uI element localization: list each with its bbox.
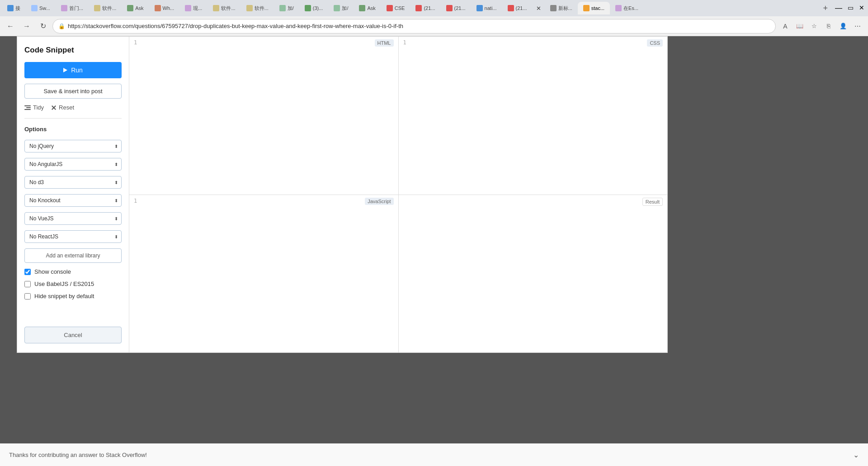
bottom-chevron-icon[interactable]: ⌄ (853, 451, 859, 459)
html-label: HTML (375, 39, 394, 47)
tab-16[interactable]: (21... (441, 2, 471, 14)
tab-10[interactable]: 加/ (274, 2, 299, 14)
tab-favicon-6 (155, 5, 161, 11)
reset-button[interactable]: Reset (51, 104, 74, 111)
tab-label-8: 软件... (221, 5, 235, 12)
read-mode-button[interactable]: 📖 (793, 19, 807, 33)
vuejs-select-wrapper: No VueJS VueJS 2.x ⬍ (24, 212, 122, 225)
tab-14[interactable]: CSE (381, 2, 410, 14)
new-tab-button[interactable]: + (821, 4, 830, 12)
minimize-button[interactable]: — (833, 4, 844, 12)
tab-2[interactable]: Sw... (26, 2, 56, 14)
bottom-text: Thanks for contributing an answer to Sta… (9, 452, 147, 458)
tab-stack[interactable]: stac... (578, 2, 610, 14)
tab-9[interactable]: 软件... (241, 2, 274, 14)
translate-button[interactable]: A (778, 19, 792, 33)
tab-4[interactable]: 软件... (89, 2, 122, 14)
tab-favicon-16 (446, 5, 453, 11)
tab-3[interactable]: 首门... (56, 2, 89, 14)
js-editor-pane[interactable]: 1 JavaScript (129, 195, 399, 353)
show-console-row[interactable]: Show console (24, 268, 122, 275)
lock-icon: 🔒 (58, 23, 65, 29)
css-editor-pane[interactable]: 1 CSS (399, 37, 668, 195)
tab-18[interactable]: (21... (502, 2, 533, 14)
html-line-number: 1 (134, 39, 137, 46)
tab-label-5: Ask (135, 5, 143, 11)
favorites-button[interactable]: ☆ (807, 19, 821, 33)
html-editor-pane[interactable]: 1 HTML (129, 37, 399, 195)
page-background: Code Snippet Run Save & insert into post (0, 36, 868, 466)
restore-button[interactable]: ▭ (846, 4, 855, 12)
tab-label-18: (21... (516, 5, 527, 11)
babel-checkbox[interactable] (24, 281, 31, 287)
save-button[interactable]: Save & insert into post (24, 84, 122, 99)
action-row: Tidy Reset (24, 104, 122, 111)
profile-button[interactable]: 👤 (836, 19, 850, 33)
tab-favicon-2 (31, 5, 38, 11)
result-pane: Result (399, 195, 668, 353)
run-button[interactable]: Run (24, 62, 122, 78)
tab-label-12: 加/ (342, 5, 348, 12)
jquery-select[interactable]: No jQuery jQuery 1.x jQuery 2.x jQuery 3… (24, 140, 122, 152)
tab-favicon-es (615, 5, 622, 11)
editors-panel: 1 HTML 1 CSS 1 JavaScript Result (129, 37, 667, 352)
show-console-label: Show console (34, 268, 71, 275)
tab-1[interactable]: 接 (2, 2, 26, 14)
tab-17[interactable]: nati... (471, 2, 502, 14)
tab-list: 接 Sw... 首门... 软件... Ask Wh... (2, 2, 819, 14)
run-label: Run (71, 67, 83, 74)
show-console-checkbox[interactable] (24, 269, 31, 275)
snippet-dialog: Code Snippet Run Save & insert into post (17, 36, 668, 353)
tab-label-7: 现... (193, 5, 202, 12)
js-label: JavaScript (365, 198, 393, 205)
tab-11[interactable]: (3)... (299, 2, 329, 14)
collections-button[interactable]: ⎘ (822, 19, 835, 33)
tab-7[interactable]: 现... (179, 2, 208, 14)
tidy-button[interactable]: Tidy (24, 104, 44, 111)
d3-select-wrapper: No d3 d3 v5 ⬍ (24, 176, 122, 189)
cancel-button[interactable]: Cancel (24, 327, 122, 343)
babel-row[interactable]: Use BabelJS / ES2015 (24, 281, 122, 287)
knockout-select[interactable]: No Knockout Knockout 3.x (24, 194, 122, 207)
hide-snippet-checkbox[interactable] (24, 293, 31, 300)
tab-es[interactable]: 在Es... (610, 2, 644, 14)
tab-5[interactable]: Ask (122, 2, 149, 14)
more-button[interactable]: ⋯ (851, 19, 864, 33)
css-label: CSS (647, 39, 663, 47)
tab-new[interactable]: 新标... (545, 2, 578, 14)
tab-12[interactable]: 加/ (328, 2, 354, 14)
close-button[interactable]: ✕ (857, 4, 866, 12)
tab-favicon-4 (94, 5, 100, 11)
js-line-number: 1 (134, 198, 137, 204)
refresh-button[interactable]: ↻ (36, 19, 50, 33)
spacer (24, 305, 122, 321)
window-controls: — ▭ ✕ (833, 4, 866, 12)
tab-favicon-10 (279, 5, 286, 11)
back-button[interactable]: ← (4, 19, 17, 33)
nav-bar: ← → ↻ 🔒 A 📖 ☆ ⎘ 👤 ⋯ (0, 16, 868, 36)
vuejs-select[interactable]: No VueJS VueJS 2.x (24, 212, 122, 225)
tab-label-15: (21... (424, 5, 435, 11)
d3-select[interactable]: No d3 d3 v5 (24, 176, 122, 189)
tab-favicon-15 (415, 5, 422, 11)
url-input[interactable] (68, 23, 770, 29)
tab-favicon-14 (387, 5, 393, 11)
reset-x-icon (51, 105, 57, 110)
angularjs-select[interactable]: No AngularJS AngularJS 1.x (24, 158, 122, 171)
dialog-title: Code Snippet (24, 46, 122, 55)
add-library-button[interactable]: Add an external library (24, 248, 122, 263)
tab-8[interactable]: 软件... (208, 2, 241, 14)
tab-favicon-3 (61, 5, 67, 11)
address-bar[interactable]: 🔒 (52, 19, 776, 33)
tab-15[interactable]: (21... (410, 2, 440, 14)
main-content: Code Snippet Run Save & insert into post (0, 36, 868, 466)
reactjs-select[interactable]: No ReactJS ReactJS 16.x (24, 230, 122, 243)
tab-close-x: ✕ (536, 5, 541, 12)
options-label: Options (24, 126, 122, 133)
forward-button[interactable]: → (20, 19, 33, 33)
tab-favicon-7 (185, 5, 191, 11)
tab-x[interactable]: ✕ (533, 2, 545, 14)
tab-6[interactable]: Wh... (149, 2, 180, 14)
tab-13[interactable]: Ask (354, 2, 381, 14)
hide-snippet-row[interactable]: Hide snippet by default (24, 293, 122, 300)
